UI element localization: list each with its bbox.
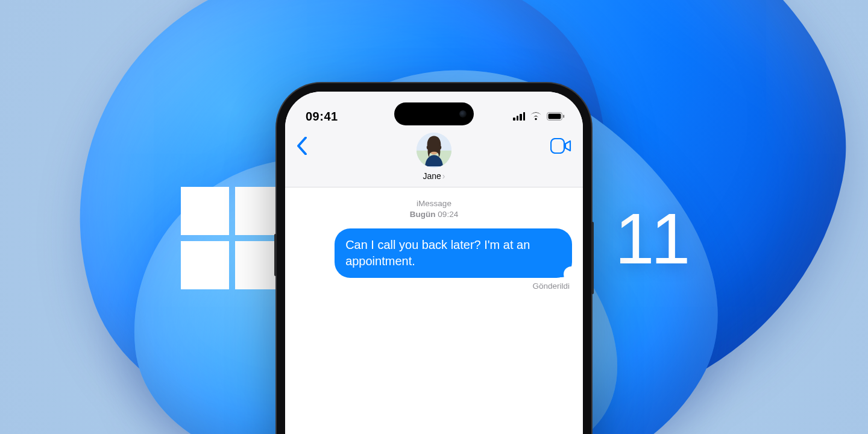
svg-rect-2	[563, 115, 564, 118]
statusbar-indicators	[513, 112, 565, 121]
back-button[interactable]	[296, 133, 320, 162]
message-row: Can I call you back later? I'm at an app…	[296, 228, 572, 278]
windows-version-text: 11	[615, 198, 687, 280]
conversation-header: Jane ›	[285, 130, 583, 187]
windows-logo-icon	[181, 187, 283, 289]
svg-rect-5	[551, 139, 564, 153]
timestamp-day: Bugün	[410, 210, 436, 219]
wifi-icon	[530, 112, 542, 121]
contact-info[interactable]: Jane ›	[320, 133, 548, 181]
contact-name: Jane	[423, 171, 441, 181]
service-label: iMessage	[296, 198, 572, 209]
iphone-frame: 09:41	[277, 83, 591, 434]
svg-rect-1	[549, 114, 561, 119]
sent-message-bubble[interactable]: Can I call you back later? I'm at an app…	[335, 228, 572, 278]
message-text: Can I call you back later? I'm at an app…	[345, 238, 530, 268]
cell-signal-icon	[513, 112, 525, 121]
chevron-right-icon: ›	[442, 171, 445, 181]
statusbar-time: 09:41	[306, 110, 338, 124]
battery-icon	[547, 112, 565, 121]
message-thread[interactable]: iMessage Bugün 09:24 Can I call you back…	[285, 187, 583, 434]
promo-stage: 11 09:41	[0, 0, 868, 434]
timestamp-time: 09:24	[438, 210, 458, 219]
video-camera-icon	[550, 138, 572, 156]
thread-timestamp: iMessage Bugün 09:24	[296, 198, 572, 220]
facetime-button[interactable]	[548, 133, 572, 162]
dynamic-island	[394, 102, 474, 125]
delivery-status: Gönderildi	[296, 281, 572, 291]
chevron-left-icon	[296, 137, 308, 157]
contact-name-row: Jane ›	[423, 171, 445, 181]
avatar	[417, 133, 451, 168]
iphone-screen: 09:41	[285, 92, 583, 434]
